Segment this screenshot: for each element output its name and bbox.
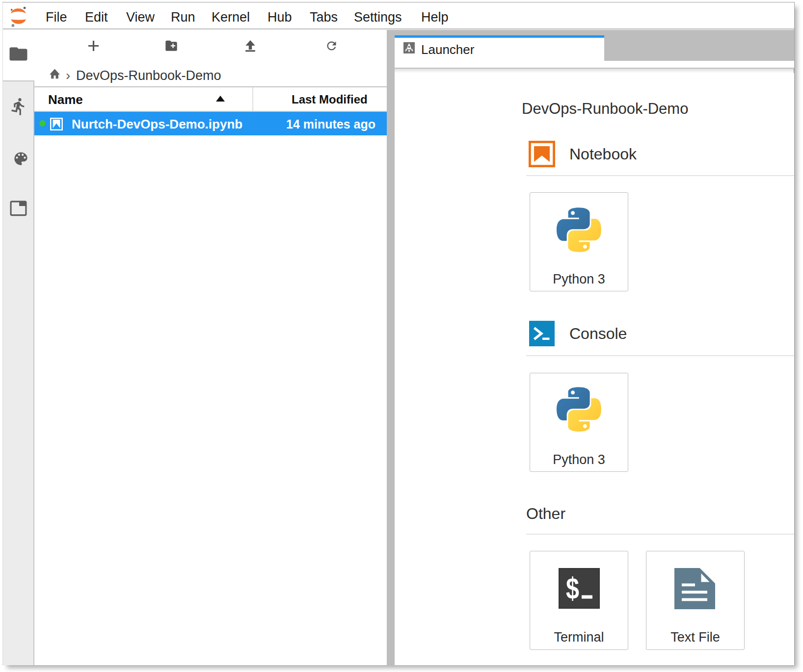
svg-text:$: $ bbox=[566, 571, 579, 605]
